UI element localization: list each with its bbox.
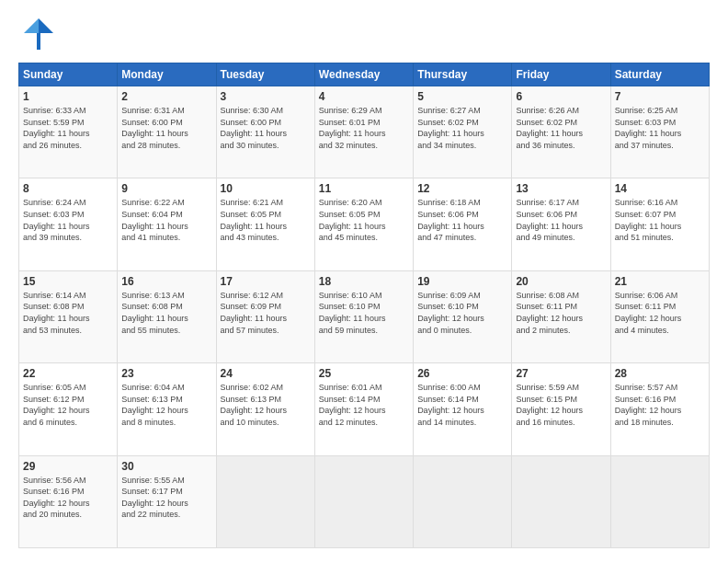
calendar-table: SundayMondayTuesdayWednesdayThursdayFrid… — [18, 63, 710, 548]
day-info: Sunrise: 6:29 AM Sunset: 6:01 PM Dayligh… — [319, 105, 409, 151]
day-header-saturday: Saturday — [610, 63, 709, 86]
calendar-cell: 22Sunrise: 6:05 AM Sunset: 6:12 PM Dayli… — [19, 363, 118, 455]
day-header-thursday: Thursday — [414, 63, 512, 86]
day-number: 28 — [615, 367, 705, 380]
day-info: Sunrise: 6:22 AM Sunset: 6:04 PM Dayligh… — [121, 197, 211, 243]
day-info: Sunrise: 6:00 AM Sunset: 6:14 PM Dayligh… — [417, 382, 507, 428]
calendar-cell — [216, 455, 314, 547]
calendar-cell: 16Sunrise: 6:13 AM Sunset: 6:08 PM Dayli… — [118, 270, 216, 362]
day-number: 8 — [23, 182, 113, 195]
day-number: 21 — [615, 275, 705, 288]
day-number: 24 — [221, 367, 311, 380]
day-number: 27 — [516, 367, 606, 380]
day-number: 12 — [417, 182, 507, 195]
day-header-wednesday: Wednesday — [314, 63, 413, 86]
calendar-cell: 9Sunrise: 6:22 AM Sunset: 6:04 PM Daylig… — [118, 178, 216, 270]
calendar-cell: 30Sunrise: 5:55 AM Sunset: 6:17 PM Dayli… — [118, 455, 216, 547]
day-info: Sunrise: 5:57 AM Sunset: 6:16 PM Dayligh… — [615, 382, 705, 428]
day-info: Sunrise: 6:06 AM Sunset: 6:11 PM Dayligh… — [615, 290, 705, 336]
day-info: Sunrise: 5:56 AM Sunset: 6:16 PM Dayligh… — [23, 475, 113, 521]
page: SundayMondayTuesdayWednesdayThursdayFrid… — [0, 0, 728, 563]
day-number: 13 — [516, 182, 606, 195]
day-info: Sunrise: 6:27 AM Sunset: 6:02 PM Dayligh… — [417, 105, 507, 151]
day-number: 19 — [417, 275, 507, 288]
calendar-cell: 21Sunrise: 6:06 AM Sunset: 6:11 PM Dayli… — [610, 270, 709, 362]
calendar-cell: 13Sunrise: 6:17 AM Sunset: 6:06 PM Dayli… — [512, 178, 610, 270]
calendar-cell — [512, 455, 610, 547]
calendar-cell: 17Sunrise: 6:12 AM Sunset: 6:09 PM Dayli… — [216, 270, 314, 362]
calendar-cell: 24Sunrise: 6:02 AM Sunset: 6:13 PM Dayli… — [216, 363, 314, 455]
day-number: 9 — [121, 182, 211, 195]
day-number: 6 — [516, 90, 606, 103]
calendar-cell: 23Sunrise: 6:04 AM Sunset: 6:13 PM Dayli… — [118, 363, 216, 455]
logo — [18, 15, 63, 55]
calendar-cell: 18Sunrise: 6:10 AM Sunset: 6:10 PM Dayli… — [314, 270, 413, 362]
calendar-cell — [314, 455, 413, 547]
calendar-cell: 12Sunrise: 6:18 AM Sunset: 6:06 PM Dayli… — [414, 178, 512, 270]
day-header-friday: Friday — [512, 63, 610, 86]
header — [18, 15, 710, 55]
day-number: 2 — [121, 90, 211, 103]
day-info: Sunrise: 6:31 AM Sunset: 6:00 PM Dayligh… — [121, 105, 211, 151]
calendar-week-2: 15Sunrise: 6:14 AM Sunset: 6:08 PM Dayli… — [19, 270, 710, 362]
calendar-cell: 15Sunrise: 6:14 AM Sunset: 6:08 PM Dayli… — [19, 270, 118, 362]
day-number: 11 — [319, 182, 409, 195]
calendar-cell — [610, 455, 709, 547]
day-number: 16 — [121, 275, 211, 288]
day-info: Sunrise: 6:05 AM Sunset: 6:12 PM Dayligh… — [23, 382, 113, 428]
day-info: Sunrise: 6:16 AM Sunset: 6:07 PM Dayligh… — [615, 197, 705, 243]
calendar-cell — [414, 455, 512, 547]
calendar-cell: 7Sunrise: 6:25 AM Sunset: 6:03 PM Daylig… — [610, 86, 709, 178]
day-info: Sunrise: 6:13 AM Sunset: 6:08 PM Dayligh… — [121, 290, 211, 336]
day-info: Sunrise: 6:02 AM Sunset: 6:13 PM Dayligh… — [221, 382, 311, 428]
day-number: 30 — [121, 460, 211, 473]
day-info: Sunrise: 6:30 AM Sunset: 6:00 PM Dayligh… — [221, 105, 311, 151]
day-info: Sunrise: 6:09 AM Sunset: 6:10 PM Dayligh… — [417, 290, 507, 336]
calendar-week-3: 22Sunrise: 6:05 AM Sunset: 6:12 PM Dayli… — [19, 363, 710, 455]
calendar-cell: 26Sunrise: 6:00 AM Sunset: 6:14 PM Dayli… — [414, 363, 512, 455]
day-info: Sunrise: 6:08 AM Sunset: 6:11 PM Dayligh… — [516, 290, 606, 336]
calendar-cell: 19Sunrise: 6:09 AM Sunset: 6:10 PM Dayli… — [414, 270, 512, 362]
day-header-sunday: Sunday — [19, 63, 118, 86]
calendar-cell: 14Sunrise: 6:16 AM Sunset: 6:07 PM Dayli… — [610, 178, 709, 270]
svg-rect-2 — [37, 33, 40, 50]
day-number: 1 — [23, 90, 113, 103]
logo-icon — [18, 15, 59, 55]
calendar-cell: 11Sunrise: 6:20 AM Sunset: 6:05 PM Dayli… — [314, 178, 413, 270]
day-info: Sunrise: 6:10 AM Sunset: 6:10 PM Dayligh… — [319, 290, 409, 336]
svg-marker-0 — [39, 18, 53, 33]
calendar-cell: 29Sunrise: 5:56 AM Sunset: 6:16 PM Dayli… — [19, 455, 118, 547]
day-info: Sunrise: 6:20 AM Sunset: 6:05 PM Dayligh… — [319, 197, 409, 243]
day-info: Sunrise: 5:55 AM Sunset: 6:17 PM Dayligh… — [121, 475, 211, 521]
day-number: 22 — [23, 367, 113, 380]
calendar-header-row: SundayMondayTuesdayWednesdayThursdayFrid… — [19, 63, 710, 86]
svg-marker-1 — [24, 18, 39, 33]
calendar-cell: 5Sunrise: 6:27 AM Sunset: 6:02 PM Daylig… — [414, 86, 512, 178]
day-info: Sunrise: 6:01 AM Sunset: 6:14 PM Dayligh… — [319, 382, 409, 428]
day-number: 23 — [121, 367, 211, 380]
day-header-monday: Monday — [118, 63, 216, 86]
day-info: Sunrise: 6:17 AM Sunset: 6:06 PM Dayligh… — [516, 197, 606, 243]
day-info: Sunrise: 5:59 AM Sunset: 6:15 PM Dayligh… — [516, 382, 606, 428]
calendar-cell: 28Sunrise: 5:57 AM Sunset: 6:16 PM Dayli… — [610, 363, 709, 455]
day-number: 3 — [221, 90, 311, 103]
day-number: 18 — [319, 275, 409, 288]
day-info: Sunrise: 6:14 AM Sunset: 6:08 PM Dayligh… — [23, 290, 113, 336]
day-header-tuesday: Tuesday — [216, 63, 314, 86]
calendar-cell: 6Sunrise: 6:26 AM Sunset: 6:02 PM Daylig… — [512, 86, 610, 178]
day-number: 20 — [516, 275, 606, 288]
calendar-cell: 8Sunrise: 6:24 AM Sunset: 6:03 PM Daylig… — [19, 178, 118, 270]
calendar-week-4: 29Sunrise: 5:56 AM Sunset: 6:16 PM Dayli… — [19, 455, 710, 547]
day-number: 5 — [417, 90, 507, 103]
day-number: 17 — [221, 275, 311, 288]
calendar-week-1: 8Sunrise: 6:24 AM Sunset: 6:03 PM Daylig… — [19, 178, 710, 270]
calendar-week-0: 1Sunrise: 6:33 AM Sunset: 5:59 PM Daylig… — [19, 86, 710, 178]
calendar-cell: 20Sunrise: 6:08 AM Sunset: 6:11 PM Dayli… — [512, 270, 610, 362]
day-number: 29 — [23, 460, 113, 473]
day-info: Sunrise: 6:25 AM Sunset: 6:03 PM Dayligh… — [615, 105, 705, 151]
day-info: Sunrise: 6:26 AM Sunset: 6:02 PM Dayligh… — [516, 105, 606, 151]
calendar-cell: 27Sunrise: 5:59 AM Sunset: 6:15 PM Dayli… — [512, 363, 610, 455]
calendar-cell: 1Sunrise: 6:33 AM Sunset: 5:59 PM Daylig… — [19, 86, 118, 178]
calendar-cell: 25Sunrise: 6:01 AM Sunset: 6:14 PM Dayli… — [314, 363, 413, 455]
day-info: Sunrise: 6:24 AM Sunset: 6:03 PM Dayligh… — [23, 197, 113, 243]
